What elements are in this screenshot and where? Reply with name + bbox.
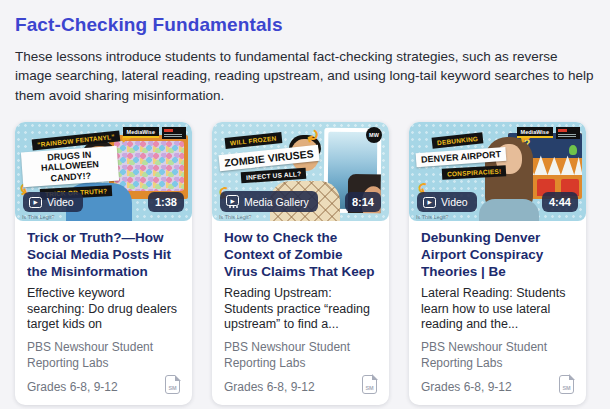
resource-description: Effective keyword searching: Do drug dea… — [27, 286, 180, 332]
resource-title-link[interactable]: Trick or Truth?—How Social Media Posts H… — [27, 230, 180, 281]
thumbnail-label-stack: “RAINBOW FENTANYL” DRUGS IN HALLOWEEN CA… — [22, 135, 128, 198]
alien-icon — [569, 145, 577, 155]
card-body: How to Check the Context of Zombie Virus… — [212, 221, 389, 405]
media-type-label: Video — [441, 196, 468, 208]
card-footer: Grades 6-8, 9-12 SM — [27, 375, 180, 394]
card-body: Trick or Truth?—How Social Media Posts H… — [15, 221, 192, 405]
lesson-cards-row: ↷ ↷ “RAINBOW FENTANYL” DRUGS IN HALLOWEE… — [15, 122, 586, 405]
duration-badge: 8:14 — [345, 192, 381, 212]
student-reporting-labs-logo — [162, 127, 186, 139]
media-type-label: Video — [47, 196, 74, 208]
thumbnail-label: CONSPIRACIES! — [442, 165, 507, 180]
play-icon — [423, 197, 436, 208]
video-thumbnail[interactable]: ?? ↷ ↷ DEBUNKING DENVER AIRPORT CONSPIRA… — [409, 122, 586, 221]
mediawise-logo: MediaWise — [517, 127, 553, 138]
card-footer: Grades 6-8, 9-12 SM — [421, 375, 574, 394]
resource-description: Lateral Reading: Students learn how to u… — [421, 286, 574, 332]
thumbnail-watermark: Is This Legit? — [22, 214, 55, 220]
mediawise-logo: MediaWise — [123, 127, 159, 138]
video-thumbnail[interactable]: ↷ ↷ WILL FROZEN ZOMBIE VIRUSES INFECT US… — [212, 122, 389, 221]
resource-title-link[interactable]: Debunking Denver Airport Conspiracy Theo… — [421, 230, 574, 281]
lesson-card-trick-or-truth[interactable]: ↷ ↷ “RAINBOW FENTANYL” DRUGS IN HALLOWEE… — [15, 122, 192, 405]
lesson-card-denver-airport[interactable]: ?? ↷ ↷ DEBUNKING DENVER AIRPORT CONSPIRA… — [409, 122, 586, 405]
grades-label: Grades 6-8, 9-12 — [421, 380, 512, 394]
thumbnail-label-stack: WILL FROZEN ZOMBIE VIRUSES INFECT US ALL… — [219, 135, 325, 181]
thumbnail-logos: MediaWise — [517, 127, 580, 139]
media-type-label: Media Gallery — [244, 196, 309, 208]
lesson-card-zombie-virus[interactable]: ↷ ↷ WILL FROZEN ZOMBIE VIRUSES INFECT US… — [212, 122, 389, 405]
section-description: These lessons introduce students to fund… — [15, 47, 595, 105]
thumbnail-watermark: Is This Legit? — [219, 214, 252, 220]
student-reporting-labs-logo — [556, 127, 580, 139]
card-body: Debunking Denver Airport Conspiracy Theo… — [409, 221, 586, 405]
support-materials-icon: SM — [165, 375, 180, 394]
resource-title-link[interactable]: How to Check the Context of Zombie Virus… — [224, 230, 377, 281]
card-footer: Grades 6-8, 9-12 SM — [224, 375, 377, 394]
thumbnail-label: INFECT US ALL? — [241, 168, 307, 184]
section-title[interactable]: Fact-Checking Fundamentals — [15, 14, 595, 36]
media-type-badge: Video — [417, 192, 477, 212]
support-materials-icon: SM — [362, 375, 377, 394]
thumbnail-label: DENVER AIRPORT — [416, 147, 507, 168]
resource-source: PBS Newshour Student Reporting Labs — [224, 340, 377, 372]
media-gallery-icon — [226, 195, 239, 206]
resource-description: Reading Upstream: Students practice “rea… — [224, 286, 377, 332]
media-type-badge: Video — [23, 192, 83, 212]
thumbnail-label-stack: DEBUNKING DENVER AIRPORT CONSPIRACIES! — [416, 135, 522, 178]
resource-source: PBS Newshour Student Reporting Labs — [27, 340, 180, 372]
thumbnail-logos: MediaWise — [123, 127, 186, 139]
thumbnail-label: DRUGS IN HALLOWEEN CANDY!? — [21, 145, 119, 187]
resource-source: PBS Newshour Student Reporting Labs — [421, 340, 574, 372]
support-materials-icon: SM — [559, 375, 574, 394]
thumbnail-label: WILL FROZEN — [225, 132, 282, 149]
play-icon — [29, 197, 42, 208]
grades-label: Grades 6-8, 9-12 — [224, 380, 315, 394]
thumbnail-watermark: Is This Legit? — [416, 214, 449, 220]
duration-badge: 1:38 — [148, 192, 184, 212]
video-thumbnail[interactable]: ↷ ↷ “RAINBOW FENTANYL” DRUGS IN HALLOWEE… — [15, 122, 192, 221]
media-type-badge: Media Gallery — [220, 191, 318, 212]
grades-label: Grades 6-8, 9-12 — [27, 380, 118, 394]
duration-badge: 4:44 — [542, 192, 578, 212]
thumbnail-label: DEBUNKING — [432, 133, 484, 150]
